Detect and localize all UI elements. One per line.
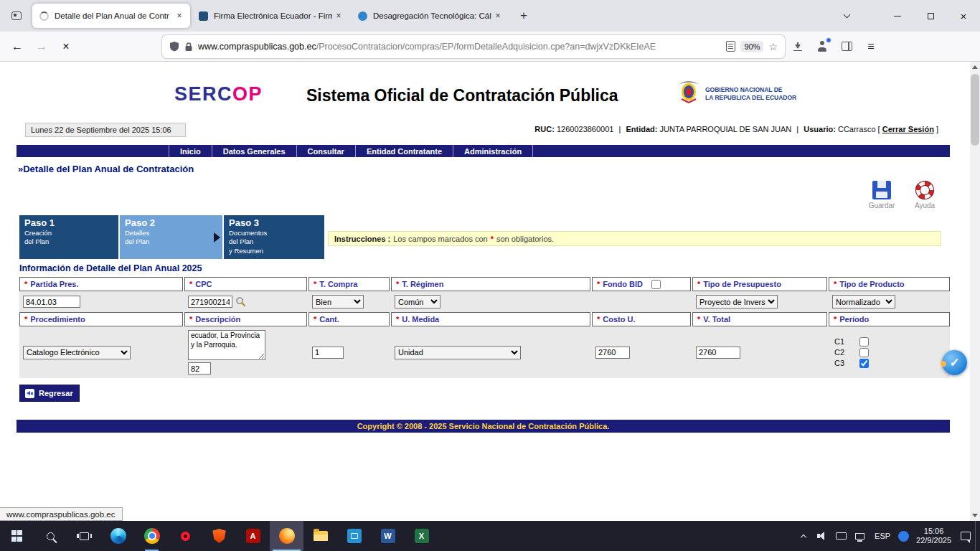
url-bar[interactable]: www.compraspublicas.gob.ec/ProcesoContra…: [162, 35, 785, 58]
guardar-button[interactable]: Guardar: [862, 181, 901, 209]
tray-expand-button[interactable]: [794, 521, 813, 551]
logout-link[interactable]: Cerrar Sesión: [882, 125, 934, 133]
tab-desagregacion[interactable]: Desagregación Tecnológica: Cál ×: [351, 4, 509, 28]
bookmark-star-icon[interactable]: ☆: [768, 41, 778, 52]
u-medida-select[interactable]: Unidad: [395, 346, 521, 359]
nav-item-inicio[interactable]: Inicio: [169, 145, 212, 157]
scroll-down-button[interactable]: [970, 510, 980, 521]
fondo-bid-checkbox[interactable]: [651, 280, 661, 289]
tab-plan-anual[interactable]: Detalle del Plan Anual de Contr ×: [32, 4, 190, 28]
magnifier-icon: [235, 296, 246, 307]
v-total-input[interactable]: [696, 347, 740, 359]
page-scrollbar[interactable]: [970, 62, 980, 521]
language-indicator[interactable]: ESP: [869, 532, 896, 540]
tipo-producto-select[interactable]: Normalizado: [832, 295, 895, 309]
costo-u-input[interactable]: [595, 347, 630, 359]
volume-button[interactable]: [813, 521, 831, 551]
partida-input[interactable]: [23, 296, 80, 308]
new-tab-button[interactable]: +: [514, 6, 534, 26]
descripcion-cod-input[interactable]: [188, 362, 211, 375]
step-3[interactable]: Paso 3 Documentos del Plan y Resumen: [224, 215, 324, 259]
action-center-button[interactable]: [956, 521, 975, 551]
periodo-c1-label: C1: [834, 337, 844, 346]
taskbar-brave-button[interactable]: [202, 521, 236, 551]
instructions-bar: Instrucciones : Los campos marcados con …: [328, 231, 941, 246]
tray-app-badge[interactable]: [898, 531, 909, 542]
taskbar-firefox-button[interactable]: [270, 521, 303, 551]
back-button[interactable]: ←: [6, 35, 29, 58]
t-regimen-select[interactable]: Común: [395, 295, 440, 309]
header-partida: *Partida Pres.: [19, 277, 183, 291]
taskbar-excel-button[interactable]: X: [405, 521, 438, 551]
cantidad-input[interactable]: [312, 347, 344, 359]
tab-favicon: [358, 11, 367, 21]
menu-button[interactable]: ≡: [859, 35, 882, 58]
taskbar-acrobat-button[interactable]: A: [236, 521, 270, 551]
lock-icon[interactable]: [184, 42, 193, 52]
taskbar-opera-button[interactable]: [169, 521, 202, 551]
floating-capture-widget[interactable]: ✓: [942, 350, 967, 375]
account-button[interactable]: [811, 35, 834, 58]
taskbar-file-explorer-button[interactable]: [303, 521, 337, 551]
action-center-icon: [961, 532, 971, 540]
touch-keyboard-button[interactable]: [831, 521, 850, 551]
edge-icon: [110, 528, 126, 544]
close-window-button[interactable]: ×: [947, 0, 980, 32]
nav-item-administracion[interactable]: Administración: [453, 145, 533, 157]
header-fondo-bid: *Fondo BID: [592, 277, 691, 291]
minimize-button[interactable]: [881, 0, 914, 32]
nav-item-consultar[interactable]: Consultar: [296, 145, 355, 157]
tab-title: Firma Electrónica Ecuador - Firm: [214, 11, 332, 20]
tab-close-icon[interactable]: ×: [491, 9, 504, 22]
nav-item-entidad-contratante[interactable]: Entidad Contratante: [355, 145, 453, 157]
cpc-search-button[interactable]: [235, 296, 246, 307]
step-1[interactable]: Paso 1 Creación del Plan: [19, 215, 118, 259]
tipo-presupuesto-select[interactable]: Proyecto de Inversión: [696, 295, 778, 309]
periodo-c2-label: C2: [834, 348, 844, 357]
forward-button[interactable]: →: [30, 35, 53, 58]
volume-icon: [817, 532, 828, 540]
header-cpc: *CPC: [184, 277, 307, 291]
taskbar-clock[interactable]: 15:06 22/9/2025: [911, 527, 956, 545]
list-all-tabs-button[interactable]: [837, 6, 857, 26]
regresar-button[interactable]: Regresar: [19, 385, 80, 402]
header-costo-u: *Costo U.: [592, 312, 691, 326]
start-button[interactable]: [0, 521, 34, 551]
scrollbar-thumb[interactable]: [971, 74, 979, 146]
step-2[interactable]: Paso 2 Detalles del Plan: [120, 215, 222, 259]
taskbar-edge-button[interactable]: [101, 521, 135, 551]
zoom-level-button[interactable]: 90%: [740, 41, 763, 52]
taskbar-word-button[interactable]: W: [371, 521, 405, 551]
tab-favicon: [199, 11, 208, 21]
periodo-c2-checkbox[interactable]: [859, 348, 869, 357]
tab-firma-electronica[interactable]: Firma Electrónica Ecuador - Firm ×: [192, 4, 349, 28]
stop-button[interactable]: ×: [55, 35, 77, 58]
tracking-shield-icon[interactable]: [169, 41, 179, 52]
taskbar-media-app-button[interactable]: [337, 521, 371, 551]
taskbar-chrome-button[interactable]: [135, 521, 169, 551]
cpc-input[interactable]: [188, 296, 232, 308]
sidebar-button[interactable]: [835, 35, 858, 58]
periodo-c1-checkbox[interactable]: [859, 337, 869, 347]
system-tray: ESP 15:06 22/9/2025: [794, 521, 980, 551]
tab-close-icon[interactable]: ×: [173, 9, 186, 22]
procedimiento-select[interactable]: Catalogo Electrónico: [23, 346, 131, 359]
network-button[interactable]: [850, 521, 869, 551]
scroll-up-button[interactable]: [970, 62, 980, 72]
show-desktop-button[interactable]: [975, 521, 979, 551]
task-view-button[interactable]: [67, 521, 101, 551]
header-t-compra: *T. Compra: [308, 277, 390, 291]
taskbar-search-button[interactable]: [34, 521, 67, 551]
descripcion-textarea[interactable]: [188, 330, 265, 360]
reader-mode-icon[interactable]: [726, 41, 735, 52]
ayuda-button[interactable]: Ayuda: [905, 181, 944, 209]
downloads-button[interactable]: [786, 35, 809, 58]
tab-close-icon[interactable]: ×: [332, 9, 345, 22]
maximize-button[interactable]: [914, 0, 947, 32]
nav-item-datos-generales[interactable]: Datos Generales: [212, 145, 296, 157]
periodo-c3-checkbox[interactable]: [859, 359, 869, 368]
regresar-label: Regresar: [39, 389, 73, 397]
header-t-regimen: *T. Régimen: [391, 277, 590, 291]
firefox-view-button[interactable]: [6, 5, 27, 27]
t-compra-select[interactable]: Bien: [312, 295, 364, 309]
